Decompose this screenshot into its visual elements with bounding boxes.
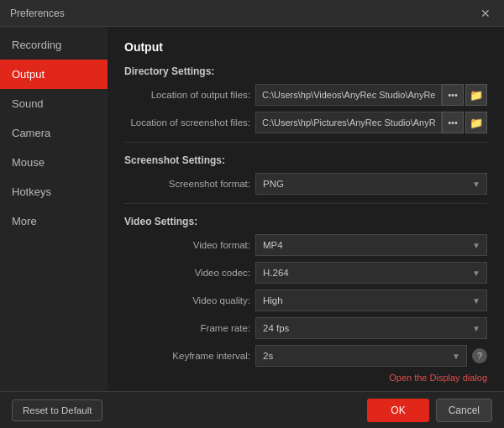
- video-codec-row: Video codec: H.264H.265MPEG-4 ▼: [124, 262, 487, 284]
- screenshot-files-input-group: ••• 📁: [255, 112, 487, 133]
- sidebar-item-output[interactable]: Output: [0, 60, 108, 89]
- output-files-input[interactable]: [255, 84, 442, 106]
- keyframe-label: Keyframe interval:: [124, 351, 250, 361]
- sidebar-item-camera[interactable]: Camera: [0, 118, 108, 148]
- footer-right: OK Cancel: [367, 399, 492, 422]
- frame-rate-label: Frame rate:: [124, 323, 250, 333]
- keyframe-help-button[interactable]: ?: [472, 348, 487, 363]
- content-area: Recording Output Sound Camera Mouse Hotk…: [0, 27, 504, 391]
- screenshot-files-label: Location of screenshot files:: [124, 117, 250, 128]
- footer: Reset to Default OK Cancel: [0, 391, 504, 428]
- video-quality-wrapper: LowMediumHighLossless ▼: [255, 290, 487, 311]
- output-files-label: Location of output files:: [124, 90, 250, 100]
- frame-rate-row: Frame rate: 15 fps20 fps24 fps30 fps60 f…: [124, 317, 487, 339]
- screenshot-files-input[interactable]: [255, 112, 442, 133]
- video-codec-label: Video codec:: [124, 268, 250, 278]
- video-section-title: Video Settings:: [124, 216, 487, 227]
- ok-button[interactable]: OK: [367, 399, 428, 422]
- video-format-select[interactable]: MP4MOVAVIWMVMKV: [255, 234, 487, 256]
- video-format-row: Video format: MP4MOVAVIWMVMKV ▼: [124, 234, 487, 256]
- divider-2: [124, 203, 487, 204]
- keyframe-row: Keyframe interval: 1s2s3s5s ▼ ?: [124, 345, 487, 367]
- frame-rate-select[interactable]: 15 fps20 fps24 fps30 fps60 fps: [255, 317, 487, 339]
- divider-1: [124, 142, 487, 143]
- sidebar-item-more[interactable]: More: [0, 206, 108, 236]
- preferences-dialog: Preferences ✕ Recording Output Sound Cam…: [0, 0, 504, 428]
- close-button[interactable]: ✕: [477, 5, 494, 22]
- dialog-title: Preferences: [10, 8, 65, 19]
- video-format-label: Video format:: [124, 240, 250, 250]
- title-bar: Preferences ✕: [0, 0, 504, 27]
- video-quality-label: Video quality:: [124, 295, 250, 305]
- sidebar-item-sound[interactable]: Sound: [0, 89, 108, 118]
- output-files-row: Location of output files: ••• 📁: [124, 84, 487, 106]
- screenshot-section-title: Screenshot Settings:: [124, 154, 487, 166]
- video-format-wrapper: MP4MOVAVIWMVMKV ▼: [255, 234, 487, 256]
- screenshot-files-row: Location of screenshot files: ••• 📁: [124, 112, 487, 133]
- output-folder-button[interactable]: 📁: [465, 84, 487, 106]
- output-files-input-group: ••• 📁: [255, 84, 487, 106]
- sidebar-item-hotkeys[interactable]: Hotkeys: [0, 177, 108, 206]
- sidebar-item-recording[interactable]: Recording: [0, 30, 108, 60]
- screenshot-folder-button[interactable]: 📁: [465, 112, 487, 133]
- frame-rate-wrapper: 15 fps20 fps24 fps30 fps60 fps ▼: [255, 317, 487, 339]
- keyframe-wrapper: 1s2s3s5s ▼: [255, 345, 467, 367]
- main-content: Output Directory Settings: Location of o…: [108, 27, 504, 391]
- sidebar-item-mouse[interactable]: Mouse: [0, 148, 108, 177]
- video-codec-wrapper: H.264H.265MPEG-4 ▼: [255, 262, 487, 284]
- video-quality-select[interactable]: LowMediumHighLossless: [255, 290, 487, 311]
- output-dots-button[interactable]: •••: [442, 84, 464, 106]
- page-title: Output: [124, 40, 487, 54]
- directory-section-title: Directory Settings:: [124, 65, 487, 77]
- screenshot-format-label: Screenshot format:: [124, 179, 250, 189]
- video-codec-select[interactable]: H.264H.265MPEG-4: [255, 262, 487, 284]
- sidebar: Recording Output Sound Camera Mouse Hotk…: [0, 27, 108, 391]
- screenshot-dots-button[interactable]: •••: [442, 112, 464, 133]
- keyframe-select[interactable]: 1s2s3s5s: [255, 345, 467, 367]
- video-quality-row: Video quality: LowMediumHighLossless ▼: [124, 290, 487, 311]
- cancel-button[interactable]: Cancel: [436, 399, 492, 422]
- screenshot-format-wrapper: PNG JPG BMP GIF ▼: [255, 173, 487, 195]
- reset-button[interactable]: Reset to Default: [12, 399, 102, 421]
- screenshot-format-row: Screenshot format: PNG JPG BMP GIF ▼: [124, 173, 487, 195]
- screenshot-format-select[interactable]: PNG JPG BMP GIF: [255, 173, 487, 195]
- display-dialog-link[interactable]: Open the Display dialog: [124, 373, 487, 383]
